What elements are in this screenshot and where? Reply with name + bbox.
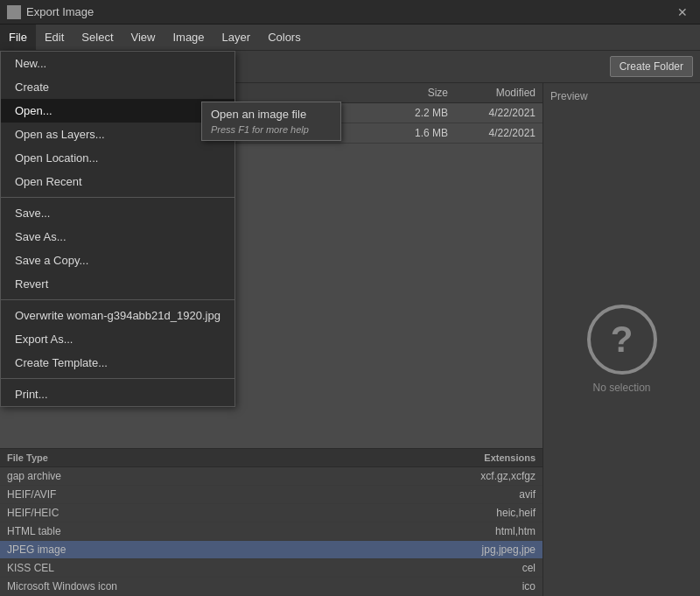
filetype-ext: jpg,jpeg,jpe <box>349 541 542 559</box>
menu-edit[interactable]: Edit <box>36 25 73 50</box>
filetype-name: gap archive <box>0 467 349 486</box>
filetype-name: HEIF/HEIC <box>0 504 349 522</box>
submenu-line2: Press F1 for more help <box>211 124 332 135</box>
filetype-row[interactable]: KISS CEL cel <box>0 559 542 578</box>
filetype-name: HEIF/AVIF <box>0 486 349 504</box>
file-size: 2.2 MB <box>378 107 448 119</box>
menu-colors[interactable]: Colors <box>259 25 310 50</box>
menu-open[interactable]: Open... <box>1 99 234 123</box>
menu-revert[interactable]: Revert <box>1 272 234 296</box>
filetype-row[interactable]: HEIF/AVIF avif <box>0 486 542 504</box>
filetype-ext: cel <box>349 559 542 578</box>
menu-image[interactable]: Image <box>164 25 213 50</box>
col-modified-header: Modified <box>448 87 536 99</box>
separator-1 <box>1 197 234 198</box>
preview-question-icon: ? <box>587 305 657 375</box>
filetype-ext: html,htm <box>349 522 542 541</box>
no-selection-label: No selection <box>592 382 650 394</box>
col-size-header: Size <box>378 87 448 99</box>
menu-open-as-layers[interactable]: Open as Layers... <box>1 123 234 146</box>
filetype-row[interactable]: Microsoft Windows icon ico <box>0 578 542 596</box>
submenu-line1: Open an image file <box>211 108 332 121</box>
filetype-panel: File Type Extensions gap archive xcf.gz,… <box>0 448 542 596</box>
preview-icon-area: ? No selection <box>550 109 693 589</box>
file-dropdown-menu: New... Create Open... Open as Layers... … <box>0 51 235 407</box>
separator-2 <box>1 299 234 300</box>
dropdown-overlay: New... Create Open... Open as Layers... … <box>0 51 235 407</box>
menu-select[interactable]: Select <box>73 25 122 50</box>
filetype-col-header: File Type <box>0 449 349 467</box>
title-bar-left: Export Image <box>7 5 94 19</box>
extensions-col-header: Extensions <box>349 449 542 467</box>
menu-new[interactable]: New... <box>1 52 234 75</box>
menu-file[interactable]: File <box>0 25 36 50</box>
menu-open-recent[interactable]: Open Recent <box>1 170 234 193</box>
filetype-name: KISS CEL <box>0 559 349 578</box>
app-icon <box>7 5 21 19</box>
filetype-name: Microsoft Windows icon <box>0 578 349 596</box>
filetype-name: JPEG image <box>0 541 349 559</box>
menu-save-as[interactable]: Save As... <box>1 225 234 249</box>
filetype-name: HTML table <box>0 522 349 541</box>
close-button[interactable]: ✕ <box>672 4 693 21</box>
menu-open-location[interactable]: Open Location... <box>1 146 234 170</box>
filetype-row[interactable]: JPEG image jpg,jpeg,jpe <box>0 541 542 559</box>
preview-label: Preview <box>550 90 588 102</box>
file-modified: 4/22/2021 <box>448 127 536 139</box>
filetype-ext: heic,heif <box>349 504 542 522</box>
file-size: 1.6 MB <box>378 127 448 139</box>
menu-layer[interactable]: Layer <box>214 25 260 50</box>
filetype-ext: ico <box>349 578 542 596</box>
create-folder-button[interactable]: Create Folder <box>610 56 693 77</box>
preview-panel: Preview ? No selection <box>542 83 700 596</box>
filetype-table: File Type Extensions gap archive xcf.gz,… <box>0 449 542 596</box>
menu-bar: File Edit Select View Image Layer Colors <box>0 25 700 51</box>
separator-3 <box>1 378 234 379</box>
menu-save[interactable]: Save... <box>1 201 234 225</box>
menu-overwrite[interactable]: Overwrite woman-g394abb21d_1920.jpg <box>1 304 234 327</box>
menu-view[interactable]: View <box>122 25 164 50</box>
filetype-row[interactable]: HEIF/HEIC heic,heif <box>0 504 542 522</box>
filetype-ext: avif <box>349 486 542 504</box>
menu-export-as[interactable]: Export As... <box>1 327 234 351</box>
filetype-row[interactable]: gap archive xcf.gz,xcfgz <box>0 467 542 486</box>
menu-create[interactable]: Create <box>1 75 234 99</box>
title-bar: Export Image ✕ <box>0 0 700 25</box>
open-submenu-popup: Open an image file Press F1 for more hel… <box>201 102 341 141</box>
file-modified: 4/22/2021 <box>448 107 536 119</box>
menu-save-copy[interactable]: Save a Copy... <box>1 249 234 272</box>
filetype-ext: xcf.gz,xcfgz <box>349 467 542 486</box>
menu-create-template[interactable]: Create Template... <box>1 351 234 375</box>
filetype-row[interactable]: HTML table html,htm <box>0 522 542 541</box>
menu-print[interactable]: Print... <box>1 382 234 406</box>
window-title: Export Image <box>26 5 94 18</box>
